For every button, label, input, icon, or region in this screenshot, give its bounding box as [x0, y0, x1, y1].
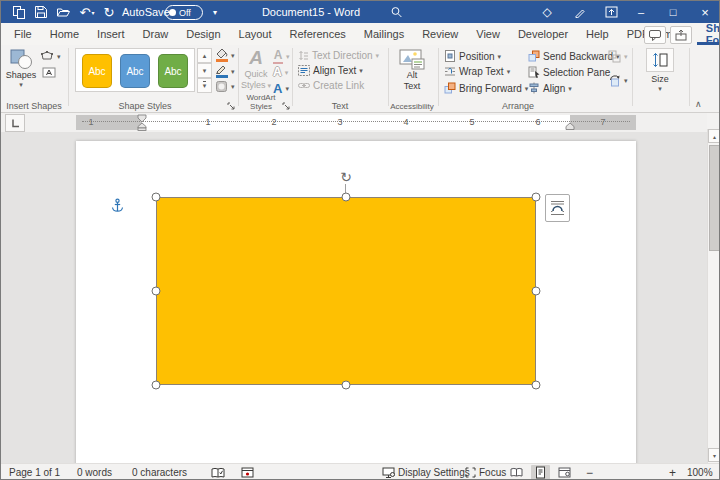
shape-resize-handle-top-right[interactable]	[532, 193, 541, 202]
shape-resize-handle-bottom-right[interactable]	[532, 381, 541, 390]
shape-style-blue[interactable]: Abc	[120, 54, 150, 88]
tab-layout[interactable]: Layout	[230, 23, 281, 45]
print-layout-button[interactable]	[531, 465, 550, 480]
object-anchor-icon	[111, 198, 124, 213]
selection-pane-button[interactable]: Selection Pane	[528, 66, 610, 78]
shape-effects-button[interactable]: ▾	[215, 80, 235, 93]
text-direction-button[interactable]: Text Direction ▾	[298, 50, 379, 61]
shape-style-green[interactable]: Abc	[158, 54, 188, 88]
tab-insert[interactable]: Insert	[88, 23, 134, 45]
quick-styles-button[interactable]: A Quick Styles ▾	[240, 48, 272, 90]
display-settings-button[interactable]: Display Settings	[382, 464, 470, 480]
shape-style-orange[interactable]: Abc	[82, 54, 112, 88]
undo-caret-icon[interactable]: ▾	[89, 1, 97, 23]
horizontal-ruler[interactable]: 1 1 2 3 4 5 6 7	[76, 115, 636, 130]
quick-styles-label-1: Quick	[244, 69, 267, 80]
gallery-more-button[interactable]: ▾	[197, 78, 212, 93]
focus-button[interactable]: Focus	[465, 464, 506, 480]
send-backward-button[interactable]: Send Backward ▾	[528, 50, 620, 62]
zoom-out-button[interactable]: −	[586, 464, 593, 480]
selected-rectangle-shape[interactable]	[156, 197, 536, 385]
tab-mailings[interactable]: Mailings	[355, 23, 413, 45]
document-canvas[interactable]: ↻	[1, 132, 707, 463]
comments-button[interactable]	[644, 26, 666, 44]
open-icon[interactable]	[53, 1, 73, 23]
share-button[interactable]	[670, 26, 692, 44]
shape-styles-dialog-launcher-icon[interactable]	[227, 102, 235, 110]
left-indent-markers[interactable]	[137, 114, 148, 131]
group-separator	[388, 48, 389, 106]
bring-forward-label: Bring Forward	[459, 83, 522, 94]
size-button[interactable]: Size ▾	[641, 48, 679, 92]
edit-shape-button[interactable]: ▾	[41, 51, 61, 61]
right-indent-marker[interactable]	[565, 122, 576, 131]
search-icon[interactable]	[386, 1, 406, 23]
macro-record-icon[interactable]	[241, 464, 254, 480]
redo-icon[interactable]: ↻	[99, 1, 119, 23]
create-link-icon	[298, 81, 310, 90]
autosave-toggle[interactable]: Off	[165, 5, 203, 20]
align-button[interactable]: Align ▾	[528, 82, 572, 94]
shape-resize-handle-middle-left[interactable]	[152, 287, 161, 296]
read-mode-button[interactable]	[507, 465, 526, 480]
maximize-button[interactable]: □	[663, 1, 683, 23]
tab-review[interactable]: Review	[413, 23, 467, 45]
close-button[interactable]: ×	[695, 1, 715, 23]
tab-stop-selector[interactable]	[5, 114, 25, 132]
page-indicator[interactable]: Page 1 of 1	[9, 464, 60, 480]
premium-diamond-icon[interactable]: ◇	[537, 1, 557, 23]
tab-draw[interactable]: Draw	[134, 23, 178, 45]
text-fill-button[interactable]: A ▾	[273, 49, 290, 64]
clipboard-icon[interactable]	[9, 1, 29, 23]
tab-file[interactable]: File	[5, 23, 41, 45]
zoom-in-button[interactable]: +	[669, 464, 676, 480]
shapes-button[interactable]: Shapes ▾	[4, 48, 38, 88]
shape-resize-handle-middle-right[interactable]	[532, 287, 541, 296]
create-link-button[interactable]: Create Link	[298, 80, 364, 91]
wrap-text-button[interactable]: Wrap Text ▾	[444, 66, 510, 77]
layout-options-button[interactable]	[545, 194, 570, 222]
shape-resize-handle-bottom-center[interactable]	[342, 381, 351, 390]
text-outline-button[interactable]: A ▾	[273, 66, 288, 78]
tab-help[interactable]: Help	[577, 23, 618, 45]
bring-forward-button[interactable]: Bring Forward ▾	[444, 82, 528, 94]
shape-outline-button[interactable]: ▾	[215, 64, 235, 78]
wordart-group-label: WordArt Styles	[237, 93, 285, 111]
group-objects-button[interactable]: ▾	[608, 50, 628, 63]
shape-fill-button[interactable]: ▾	[215, 48, 235, 62]
shape-resize-handle-bottom-left[interactable]	[152, 381, 161, 390]
minimize-button[interactable]: –	[631, 1, 651, 23]
save-icon[interactable]	[31, 1, 51, 23]
proofing-status-icon[interactable]	[211, 464, 225, 480]
gallery-up-button[interactable]: ▴	[197, 48, 212, 63]
rotate-objects-button[interactable]: ▾	[608, 74, 628, 87]
alt-text-button[interactable]: Alt Text	[392, 49, 432, 92]
wordart-dialog-launcher-icon[interactable]	[282, 102, 290, 110]
zoom-level[interactable]: 100%	[687, 464, 713, 480]
tab-design[interactable]: Design	[177, 23, 229, 45]
tab-home[interactable]: Home	[41, 23, 88, 45]
text-box-button[interactable]	[42, 67, 56, 78]
position-button[interactable]: Position ▾	[444, 50, 501, 62]
shape-resize-handle-top-center[interactable]	[342, 193, 351, 202]
shape-rotate-handle[interactable]: ↻	[340, 169, 352, 185]
ribbon-display-options-icon[interactable]	[601, 1, 621, 23]
tab-references[interactable]: References	[281, 23, 355, 45]
character-count[interactable]: 0 characters	[132, 464, 187, 480]
text-group-label: Text	[293, 101, 387, 111]
window-title: Document15 - Word	[221, 1, 401, 23]
word-count[interactable]: 0 words	[77, 464, 112, 480]
shape-resize-handle-top-left[interactable]	[152, 193, 161, 202]
tab-view[interactable]: View	[467, 23, 509, 45]
web-layout-button[interactable]	[555, 465, 574, 480]
tab-developer[interactable]: Developer	[509, 23, 577, 45]
gallery-down-button[interactable]: ▾	[197, 63, 212, 78]
tab-shape-format[interactable]: Shape Format	[697, 23, 720, 45]
scroll-down-button[interactable]: ▾	[708, 448, 720, 462]
scroll-up-button[interactable]: ▴	[708, 129, 720, 143]
pencil-icon[interactable]	[569, 1, 589, 23]
vertical-scrollbar[interactable]: ▴ ▾	[707, 129, 720, 463]
collapse-ribbon-icon[interactable]: ∧	[695, 99, 702, 109]
scrollbar-thumb[interactable]	[709, 145, 720, 251]
align-text-button[interactable]: Align Text ▾	[298, 65, 363, 76]
